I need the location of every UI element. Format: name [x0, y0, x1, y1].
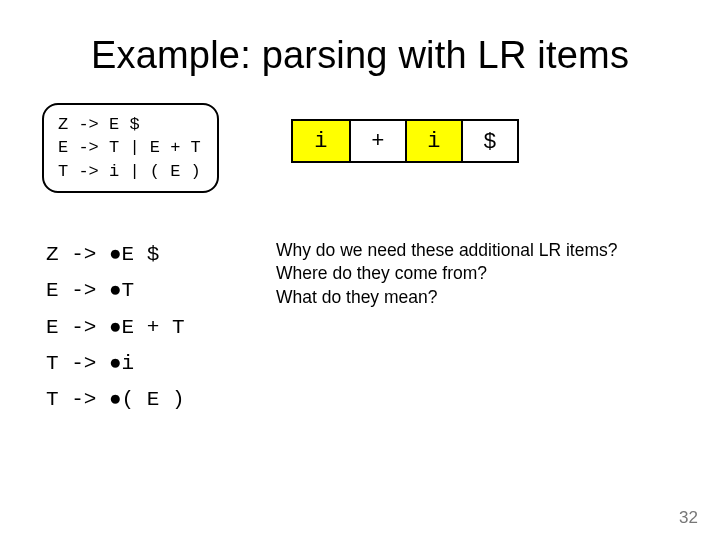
- slide: Example: parsing with LR items Z -> E $ …: [0, 0, 720, 540]
- question-line: Why do we need these additional LR items…: [276, 239, 617, 262]
- grammar-box: Z -> E $ E -> T | E + T T -> i | ( E ): [42, 103, 219, 193]
- question-line: What do they mean?: [276, 286, 617, 309]
- slide-title: Example: parsing with LR items: [42, 34, 678, 77]
- question-line: Where do they come from?: [276, 262, 617, 285]
- parse-cell: i: [405, 121, 461, 161]
- top-row: Z -> E $ E -> T | E + T T -> i | ( E ) i…: [42, 103, 678, 193]
- slide-number: 32: [679, 508, 698, 528]
- parse-cell: $: [461, 121, 517, 161]
- items-row: Z -> ●E $ E -> ●T E -> ●E + T T -> ●i T …: [42, 237, 678, 418]
- end-marker: $: [484, 128, 496, 154]
- parse-cell: +: [349, 121, 405, 161]
- lr-items-list: Z -> ●E $ E -> ●T E -> ●E + T T -> ●i T …: [42, 237, 276, 418]
- question-block: Why do we need these additional LR items…: [276, 237, 617, 418]
- parse-cell: i: [293, 121, 349, 161]
- parse-input-strip: i + i $: [291, 119, 519, 163]
